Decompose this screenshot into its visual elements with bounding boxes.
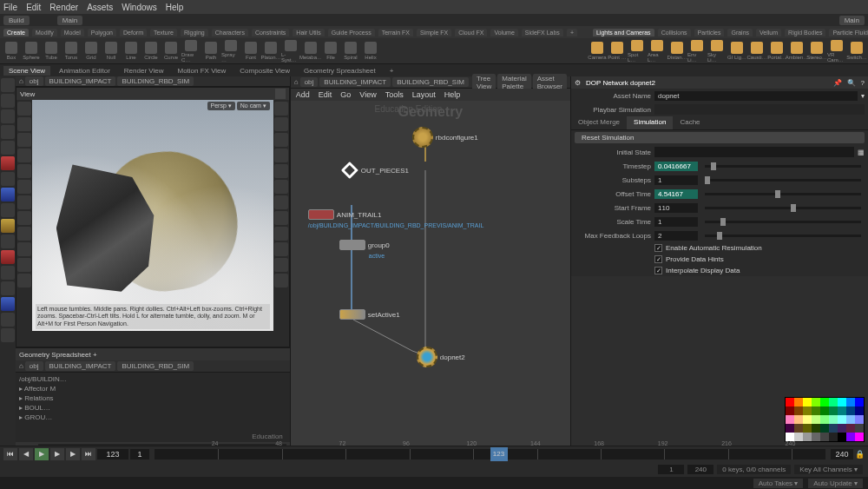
tool-button[interactable]	[1, 297, 15, 311]
color-swatch[interactable]	[838, 433, 846, 441]
shelf-tab[interactable]: Polygon	[88, 29, 116, 36]
menu-assets[interactable]: Assets	[87, 3, 113, 12]
desk-tab[interactable]: Animation Editor	[54, 66, 115, 76]
vp-tool-icon[interactable]	[17, 211, 31, 225]
node-setactive[interactable]: setActive1	[339, 309, 400, 320]
tool-button[interactable]	[1, 250, 15, 264]
color-swatch[interactable]	[846, 406, 855, 415]
substeps-slider[interactable]	[705, 179, 861, 182]
current-frame[interactable]: 123	[97, 449, 128, 459]
chevron-icon[interactable]: ▾	[861, 92, 865, 100]
menu-windows[interactable]: Windows	[122, 3, 157, 12]
area-light-tool[interactable]: Area L…	[648, 40, 667, 63]
color-swatch[interactable]	[812, 406, 820, 415]
color-swatch[interactable]	[803, 415, 812, 424]
null-tool[interactable]: Null	[102, 40, 121, 63]
vp-tool-icon[interactable]	[274, 102, 288, 116]
tree-row[interactable]: ▸ GROU…	[17, 413, 288, 422]
ambient-light-tool[interactable]: Ambien…	[787, 40, 806, 63]
file-tool[interactable]: File	[321, 40, 340, 63]
tool-button[interactable]	[1, 188, 15, 202]
vp-tool-icon[interactable]	[17, 164, 31, 178]
color-swatch[interactable]	[855, 406, 864, 415]
vp-tool-icon[interactable]	[275, 89, 286, 99]
timestep-input[interactable]: 0.0416667	[654, 162, 698, 171]
switcher-tool[interactable]: Switch…	[847, 40, 866, 63]
color-swatch[interactable]	[829, 398, 838, 406]
vp-tool-icon[interactable]	[274, 117, 288, 131]
step-fwd-button[interactable]: ▶	[66, 448, 80, 460]
step-back-button[interactable]: ◀	[19, 448, 33, 460]
box-tool[interactable]: Box	[2, 40, 21, 63]
desktop-build[interactable]: Build	[3, 16, 30, 25]
stereo-cam-tool[interactable]: Stereo…	[807, 40, 826, 63]
offset-slider[interactable]	[705, 193, 861, 195]
vp-tool-icon[interactable]	[17, 195, 31, 209]
gi-light-tool[interactable]: GI Lig…	[727, 40, 746, 63]
maxfeed-input[interactable]: 2	[654, 231, 698, 241]
sphere-tool[interactable]: Sphere	[22, 40, 41, 63]
gear-icon[interactable]: ⚙	[575, 79, 581, 87]
color-swatch[interactable]	[812, 424, 820, 433]
startframe-slider[interactable]	[705, 207, 861, 209]
font-tool[interactable]: Font	[241, 40, 260, 63]
camera-tool[interactable]: Camera	[588, 40, 607, 63]
shelf-tab[interactable]: Modify	[32, 29, 57, 36]
tool-button[interactable]	[1, 219, 15, 233]
spreadsheet-header[interactable]: Geometry Spreadsheet +	[16, 348, 290, 360]
desk-tab[interactable]: Motion FX View	[172, 66, 231, 76]
substeps-input[interactable]: 1	[654, 175, 698, 185]
shelf-tab[interactable]: Grains	[727, 29, 753, 36]
range-start[interactable]: 1	[130, 449, 149, 459]
net-menu-go[interactable]: Go	[340, 90, 351, 99]
desk-tab[interactable]: Geometry Spreadsheet	[299, 66, 381, 76]
color-swatch[interactable]	[803, 424, 812, 433]
color-swatch[interactable]	[846, 433, 855, 441]
point-light-tool[interactable]: Point …	[608, 40, 627, 63]
shelf-tab[interactable]: Create	[3, 29, 29, 36]
tab-simulation[interactable]: Simulation	[627, 116, 673, 129]
color-swatch[interactable]	[812, 398, 820, 406]
auto-update[interactable]: Auto Update ▾	[808, 479, 863, 488]
vp-tool-icon[interactable]	[274, 149, 288, 162]
network-path[interactable]: ⌂ obj BUILDING_IMPACT BUILDING_RBD_SIM T…	[291, 76, 570, 89]
net-menu-add[interactable]: Add	[296, 90, 310, 99]
last-frame-button[interactable]: ⏭	[82, 448, 95, 460]
color-swatch[interactable]	[786, 424, 794, 433]
tree-row[interactable]: ▸ BOUL…	[17, 403, 288, 413]
tube-tool[interactable]: Tube	[42, 40, 61, 63]
color-swatch[interactable]	[786, 406, 794, 415]
shelf-tab[interactable]: SideFX Labs	[522, 29, 563, 36]
timeline-cursor[interactable]: 123	[490, 447, 508, 461]
key-all-dropdown[interactable]: Key All Channels ▾	[794, 465, 863, 474]
vp-tool-icon[interactable]	[274, 133, 288, 147]
shelf-tab[interactable]: Guide Process	[328, 29, 375, 36]
tool-button[interactable]	[1, 125, 15, 139]
shelf-tab[interactable]: Model	[61, 29, 84, 36]
timeline-track[interactable]: 123 24487296120144168192216240	[155, 449, 825, 459]
startframe-input[interactable]: 110	[654, 203, 698, 213]
shelf-tab[interactable]: Hair Utils	[293, 29, 324, 36]
color-swatch[interactable]	[838, 406, 846, 415]
first-frame-button[interactable]: ⏮	[3, 448, 17, 460]
tool-button[interactable]	[1, 203, 15, 217]
auto-takes[interactable]: Auto Takes ▾	[753, 479, 804, 488]
scene-viewport[interactable]: View Persp ▾ No cam ▾ Left mouse tumbles…	[16, 87, 290, 347]
vp-tool-icon[interactable]	[17, 102, 31, 116]
color-swatch[interactable]	[846, 424, 855, 433]
vp-tool-icon[interactable]	[274, 164, 288, 178]
shelf-tab[interactable]: Particles	[694, 29, 725, 36]
vp-tool-icon[interactable]	[17, 274, 31, 287]
caustic-light-tool[interactable]: Causti…	[747, 40, 766, 63]
tool-button[interactable]	[1, 109, 15, 123]
tool-button[interactable]	[1, 328, 15, 342]
crumb-obj[interactable]: obj	[25, 76, 43, 86]
scaletime-slider[interactable]	[705, 221, 861, 223]
color-swatch[interactable]	[794, 424, 803, 433]
node-anim-trail[interactable]: ANIM_TRAIL1 /obj/BUILDING_IMPACT/BUILDIN…	[308, 209, 484, 228]
net-menu-help[interactable]: Help	[444, 90, 461, 99]
color-swatch[interactable]	[829, 433, 838, 441]
net-menu-tools[interactable]: Tools	[385, 90, 404, 99]
tree-row[interactable]: /obj/BUILDIN…	[17, 374, 288, 384]
color-swatch[interactable]	[803, 398, 812, 406]
